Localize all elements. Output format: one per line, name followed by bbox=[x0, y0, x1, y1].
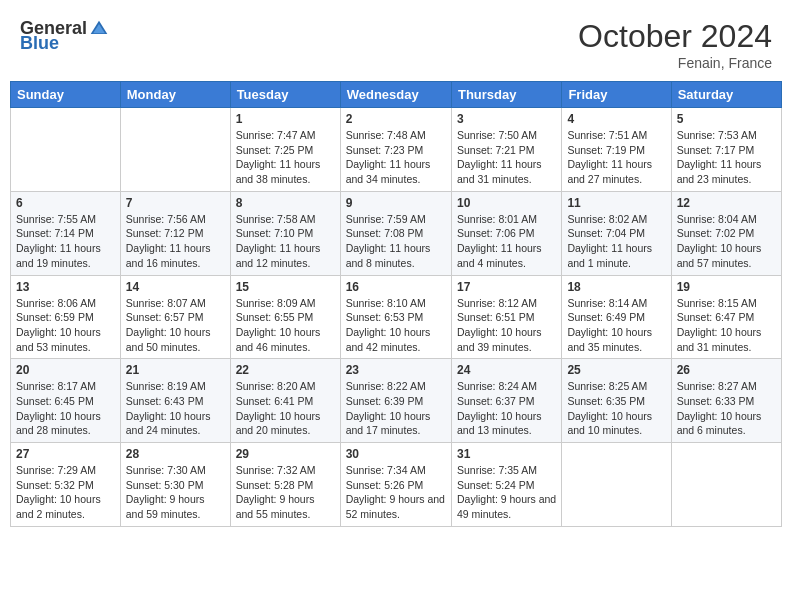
weekday-header: Monday bbox=[120, 82, 230, 108]
day-number: 10 bbox=[457, 196, 556, 210]
calendar-cell: 11Sunrise: 8:02 AM Sunset: 7:04 PM Dayli… bbox=[562, 191, 671, 275]
day-number: 26 bbox=[677, 363, 776, 377]
cell-content: Sunrise: 8:10 AM Sunset: 6:53 PM Dayligh… bbox=[346, 296, 446, 355]
calendar-cell bbox=[671, 443, 781, 527]
calendar-week-row: 1Sunrise: 7:47 AM Sunset: 7:25 PM Daylig… bbox=[11, 108, 782, 192]
logo-icon bbox=[89, 19, 109, 39]
calendar-table: SundayMondayTuesdayWednesdayThursdayFrid… bbox=[10, 81, 782, 527]
day-number: 20 bbox=[16, 363, 115, 377]
day-number: 28 bbox=[126, 447, 225, 461]
calendar-cell: 1Sunrise: 7:47 AM Sunset: 7:25 PM Daylig… bbox=[230, 108, 340, 192]
weekday-header-row: SundayMondayTuesdayWednesdayThursdayFrid… bbox=[11, 82, 782, 108]
calendar-cell: 16Sunrise: 8:10 AM Sunset: 6:53 PM Dayli… bbox=[340, 275, 451, 359]
calendar-cell: 10Sunrise: 8:01 AM Sunset: 7:06 PM Dayli… bbox=[451, 191, 561, 275]
day-number: 27 bbox=[16, 447, 115, 461]
calendar-cell: 4Sunrise: 7:51 AM Sunset: 7:19 PM Daylig… bbox=[562, 108, 671, 192]
calendar-cell bbox=[562, 443, 671, 527]
day-number: 16 bbox=[346, 280, 446, 294]
day-number: 9 bbox=[346, 196, 446, 210]
calendar-cell: 29Sunrise: 7:32 AM Sunset: 5:28 PM Dayli… bbox=[230, 443, 340, 527]
calendar-cell: 3Sunrise: 7:50 AM Sunset: 7:21 PM Daylig… bbox=[451, 108, 561, 192]
day-number: 15 bbox=[236, 280, 335, 294]
page-header: General Blue October 2024 Fenain, France bbox=[10, 10, 782, 75]
day-number: 17 bbox=[457, 280, 556, 294]
calendar-cell: 23Sunrise: 8:22 AM Sunset: 6:39 PM Dayli… bbox=[340, 359, 451, 443]
cell-content: Sunrise: 7:55 AM Sunset: 7:14 PM Dayligh… bbox=[16, 212, 115, 271]
calendar-week-row: 13Sunrise: 8:06 AM Sunset: 6:59 PM Dayli… bbox=[11, 275, 782, 359]
calendar-cell bbox=[120, 108, 230, 192]
cell-content: Sunrise: 8:27 AM Sunset: 6:33 PM Dayligh… bbox=[677, 379, 776, 438]
calendar-cell: 14Sunrise: 8:07 AM Sunset: 6:57 PM Dayli… bbox=[120, 275, 230, 359]
cell-content: Sunrise: 8:24 AM Sunset: 6:37 PM Dayligh… bbox=[457, 379, 556, 438]
calendar-week-row: 6Sunrise: 7:55 AM Sunset: 7:14 PM Daylig… bbox=[11, 191, 782, 275]
cell-content: Sunrise: 8:04 AM Sunset: 7:02 PM Dayligh… bbox=[677, 212, 776, 271]
weekday-header: Sunday bbox=[11, 82, 121, 108]
cell-content: Sunrise: 8:01 AM Sunset: 7:06 PM Dayligh… bbox=[457, 212, 556, 271]
calendar-cell: 6Sunrise: 7:55 AM Sunset: 7:14 PM Daylig… bbox=[11, 191, 121, 275]
cell-content: Sunrise: 7:59 AM Sunset: 7:08 PM Dayligh… bbox=[346, 212, 446, 271]
day-number: 25 bbox=[567, 363, 665, 377]
calendar-cell bbox=[11, 108, 121, 192]
calendar-cell: 7Sunrise: 7:56 AM Sunset: 7:12 PM Daylig… bbox=[120, 191, 230, 275]
calendar-cell: 19Sunrise: 8:15 AM Sunset: 6:47 PM Dayli… bbox=[671, 275, 781, 359]
cell-content: Sunrise: 8:14 AM Sunset: 6:49 PM Dayligh… bbox=[567, 296, 665, 355]
day-number: 30 bbox=[346, 447, 446, 461]
cell-content: Sunrise: 7:30 AM Sunset: 5:30 PM Dayligh… bbox=[126, 463, 225, 522]
day-number: 8 bbox=[236, 196, 335, 210]
calendar-cell: 28Sunrise: 7:30 AM Sunset: 5:30 PM Dayli… bbox=[120, 443, 230, 527]
cell-content: Sunrise: 8:06 AM Sunset: 6:59 PM Dayligh… bbox=[16, 296, 115, 355]
day-number: 19 bbox=[677, 280, 776, 294]
cell-content: Sunrise: 8:12 AM Sunset: 6:51 PM Dayligh… bbox=[457, 296, 556, 355]
cell-content: Sunrise: 7:32 AM Sunset: 5:28 PM Dayligh… bbox=[236, 463, 335, 522]
calendar-cell: 25Sunrise: 8:25 AM Sunset: 6:35 PM Dayli… bbox=[562, 359, 671, 443]
day-number: 4 bbox=[567, 112, 665, 126]
calendar-cell: 12Sunrise: 8:04 AM Sunset: 7:02 PM Dayli… bbox=[671, 191, 781, 275]
cell-content: Sunrise: 7:50 AM Sunset: 7:21 PM Dayligh… bbox=[457, 128, 556, 187]
calendar-cell: 18Sunrise: 8:14 AM Sunset: 6:49 PM Dayli… bbox=[562, 275, 671, 359]
cell-content: Sunrise: 7:58 AM Sunset: 7:10 PM Dayligh… bbox=[236, 212, 335, 271]
calendar-cell: 21Sunrise: 8:19 AM Sunset: 6:43 PM Dayli… bbox=[120, 359, 230, 443]
calendar-week-row: 20Sunrise: 8:17 AM Sunset: 6:45 PM Dayli… bbox=[11, 359, 782, 443]
logo: General Blue bbox=[20, 18, 109, 54]
weekday-header: Thursday bbox=[451, 82, 561, 108]
calendar-cell: 2Sunrise: 7:48 AM Sunset: 7:23 PM Daylig… bbox=[340, 108, 451, 192]
calendar-cell: 17Sunrise: 8:12 AM Sunset: 6:51 PM Dayli… bbox=[451, 275, 561, 359]
weekday-header: Wednesday bbox=[340, 82, 451, 108]
calendar-week-row: 27Sunrise: 7:29 AM Sunset: 5:32 PM Dayli… bbox=[11, 443, 782, 527]
day-number: 13 bbox=[16, 280, 115, 294]
calendar-cell: 24Sunrise: 8:24 AM Sunset: 6:37 PM Dayli… bbox=[451, 359, 561, 443]
day-number: 3 bbox=[457, 112, 556, 126]
cell-content: Sunrise: 8:25 AM Sunset: 6:35 PM Dayligh… bbox=[567, 379, 665, 438]
logo-blue: Blue bbox=[20, 33, 59, 54]
calendar-cell: 5Sunrise: 7:53 AM Sunset: 7:17 PM Daylig… bbox=[671, 108, 781, 192]
location: Fenain, France bbox=[578, 55, 772, 71]
day-number: 6 bbox=[16, 196, 115, 210]
day-number: 2 bbox=[346, 112, 446, 126]
calendar-cell: 15Sunrise: 8:09 AM Sunset: 6:55 PM Dayli… bbox=[230, 275, 340, 359]
weekday-header: Tuesday bbox=[230, 82, 340, 108]
calendar-cell: 27Sunrise: 7:29 AM Sunset: 5:32 PM Dayli… bbox=[11, 443, 121, 527]
day-number: 31 bbox=[457, 447, 556, 461]
day-number: 23 bbox=[346, 363, 446, 377]
cell-content: Sunrise: 8:07 AM Sunset: 6:57 PM Dayligh… bbox=[126, 296, 225, 355]
day-number: 1 bbox=[236, 112, 335, 126]
day-number: 22 bbox=[236, 363, 335, 377]
calendar-cell: 20Sunrise: 8:17 AM Sunset: 6:45 PM Dayli… bbox=[11, 359, 121, 443]
cell-content: Sunrise: 8:02 AM Sunset: 7:04 PM Dayligh… bbox=[567, 212, 665, 271]
day-number: 21 bbox=[126, 363, 225, 377]
cell-content: Sunrise: 7:53 AM Sunset: 7:17 PM Dayligh… bbox=[677, 128, 776, 187]
day-number: 12 bbox=[677, 196, 776, 210]
weekday-header: Friday bbox=[562, 82, 671, 108]
cell-content: Sunrise: 8:20 AM Sunset: 6:41 PM Dayligh… bbox=[236, 379, 335, 438]
cell-content: Sunrise: 7:35 AM Sunset: 5:24 PM Dayligh… bbox=[457, 463, 556, 522]
calendar-cell: 31Sunrise: 7:35 AM Sunset: 5:24 PM Dayli… bbox=[451, 443, 561, 527]
cell-content: Sunrise: 7:48 AM Sunset: 7:23 PM Dayligh… bbox=[346, 128, 446, 187]
day-number: 24 bbox=[457, 363, 556, 377]
cell-content: Sunrise: 7:29 AM Sunset: 5:32 PM Dayligh… bbox=[16, 463, 115, 522]
calendar-cell: 26Sunrise: 8:27 AM Sunset: 6:33 PM Dayli… bbox=[671, 359, 781, 443]
day-number: 5 bbox=[677, 112, 776, 126]
calendar-cell: 30Sunrise: 7:34 AM Sunset: 5:26 PM Dayli… bbox=[340, 443, 451, 527]
cell-content: Sunrise: 7:34 AM Sunset: 5:26 PM Dayligh… bbox=[346, 463, 446, 522]
day-number: 29 bbox=[236, 447, 335, 461]
cell-content: Sunrise: 7:56 AM Sunset: 7:12 PM Dayligh… bbox=[126, 212, 225, 271]
